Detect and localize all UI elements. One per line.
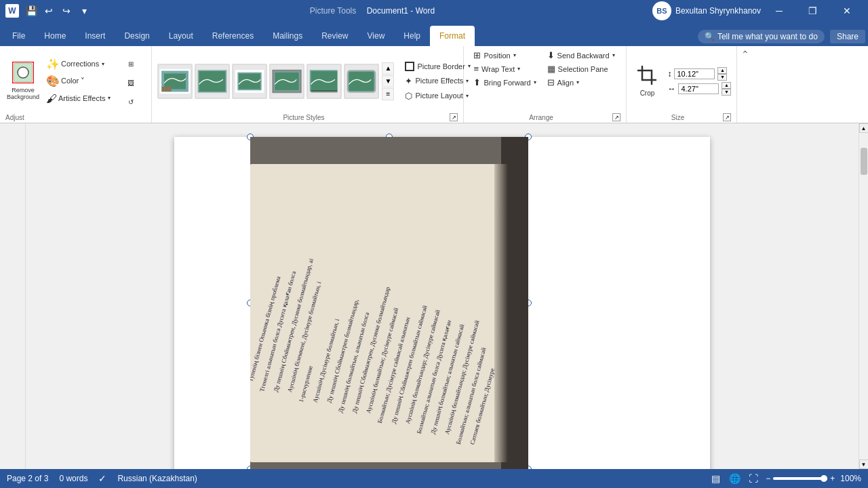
scroll-up-arrow[interactable]: ▲: [859, 123, 869, 133]
wrap-text-button[interactable]: ≡ Wrap Text ▾: [469, 62, 540, 75]
change-picture-button[interactable]: 🖼: [116, 75, 146, 92]
styles-down-arrow[interactable]: ▼: [382, 75, 394, 87]
arrange-dialog-launcher[interactable]: ↗: [612, 113, 620, 121]
align-icon: ⊟: [547, 77, 555, 87]
position-button[interactable]: ⊞ Position ▾: [469, 49, 540, 62]
width-decrement[interactable]: ▼: [722, 89, 731, 96]
color-button[interactable]: 🎨 Color ˅: [43, 73, 113, 89]
scroll-thumb[interactable]: [861, 148, 867, 175]
width-increment[interactable]: ▲: [722, 82, 731, 89]
styles-up-arrow[interactable]: ▲: [382, 62, 394, 75]
crop-button[interactable]: Crop: [632, 64, 662, 99]
zoom-level: 100%: [840, 474, 861, 483]
status-bar-right: ▤ 🌐 ⛶ − + 100%: [709, 472, 861, 485]
zoom-in-button[interactable]: +: [830, 474, 835, 483]
save-icon[interactable]: 💾: [23, 3, 39, 19]
crop-icon: [637, 65, 657, 88]
zoom-thumb[interactable]: [821, 475, 827, 482]
tab-review[interactable]: Review: [312, 26, 357, 46]
picture-layout-icon: ⬡: [405, 91, 412, 101]
user-area: BS Bexultan Shyrynkhanov: [652, 1, 761, 20]
width-input[interactable]: [678, 83, 719, 94]
change-picture-icon: 🖼: [127, 79, 134, 87]
picture-style-4[interactable]: [269, 64, 304, 99]
tab-insert[interactable]: Insert: [75, 26, 115, 46]
svg-rect-5: [162, 86, 172, 91]
scroll-track[interactable]: [859, 133, 869, 460]
tab-mailings[interactable]: Mailings: [263, 26, 312, 46]
height-icon: ↕: [667, 69, 671, 79]
search-icon: 🔍: [705, 32, 715, 41]
zoom-slider[interactable]: − +: [766, 474, 835, 483]
remove-background-button[interactable]: Remove Background: [5, 60, 41, 102]
bring-forward-button[interactable]: ⬆ Bring Forward ▾: [469, 76, 540, 89]
share-button[interactable]: Share: [830, 30, 865, 43]
redo-icon[interactable]: ↪: [58, 3, 75, 19]
svg-rect-14: [311, 90, 338, 93]
ribbon: Remove Background ✨ Corrections ▾ 🎨 Colo…: [0, 46, 868, 123]
minimize-button[interactable]: ─: [764, 0, 795, 22]
tab-layout[interactable]: Layout: [159, 26, 203, 46]
undo-icon[interactable]: ↩: [41, 3, 57, 19]
size-dialog-launcher[interactable]: ↗: [723, 113, 731, 121]
tab-format[interactable]: Format: [430, 26, 475, 46]
height-decrement[interactable]: ▼: [717, 74, 727, 81]
collapse-ribbon-button[interactable]: ⌃: [741, 49, 749, 60]
status-bar: Page 2 of 3 0 words ✓ Russian (Kazakhsta…: [0, 469, 868, 488]
tab-home[interactable]: Home: [35, 26, 75, 46]
scroll-down-arrow[interactable]: ▼: [859, 460, 869, 469]
handwritten-image: Тупенің бізнен Опыника бізнің проблема Т…: [250, 137, 528, 469]
height-increment[interactable]: ▲: [717, 67, 727, 74]
tell-me-input[interactable]: 🔍 Tell me what you want to do: [698, 30, 825, 43]
ribbon-right: 🔍 Tell me what you want to do Share: [698, 30, 865, 46]
selection-pane-button[interactable]: ▦ Selection Pane: [543, 62, 619, 75]
document-scroll[interactable]: Тупенің бізнен Опыника бізнің проблема Т…: [26, 123, 859, 469]
compress-pictures-button[interactable]: ⊞: [116, 56, 146, 73]
print-layout-view[interactable]: ▤: [709, 472, 722, 485]
zoom-out-button[interactable]: −: [766, 474, 770, 483]
svg-rect-20: [494, 164, 508, 462]
restore-button[interactable]: ❐: [797, 0, 829, 22]
collapse-ribbon-area: ⌃: [737, 46, 753, 123]
tab-references[interactable]: References: [203, 26, 263, 46]
picture-style-6[interactable]: [344, 64, 379, 99]
page-info: Page 2 of 3: [7, 474, 48, 483]
language: Russian (Kazakhstan): [117, 474, 197, 483]
proofing-icon[interactable]: ✓: [98, 473, 106, 484]
picture-style-3[interactable]: [232, 64, 267, 99]
web-layout-view[interactable]: 🌐: [728, 472, 741, 485]
picture-style-2[interactable]: [195, 64, 230, 99]
tab-view[interactable]: View: [358, 26, 395, 46]
zoom-track[interactable]: [773, 477, 827, 480]
picture-style-5[interactable]: [307, 64, 342, 99]
position-icon: ⊞: [473, 50, 481, 60]
svg-point-1: [18, 67, 28, 78]
reset-icon: ↺: [128, 98, 134, 106]
selected-image[interactable]: Тупенің бізнен Опыника бізнің проблема Т…: [250, 137, 528, 469]
size-group: Crop ↕ ▲ ▼ ↔ ▲ ▼: [627, 46, 737, 123]
corrections-button[interactable]: ✨ Corrections ▾: [43, 56, 113, 72]
compress-icon: ⊞: [128, 60, 134, 68]
color-icon: 🎨: [46, 75, 60, 87]
send-backward-button[interactable]: ⬇ Send Backward ▾: [543, 49, 619, 62]
tab-file[interactable]: File: [3, 26, 35, 46]
tab-help[interactable]: Help: [394, 26, 430, 46]
tab-design[interactable]: Design: [115, 26, 159, 46]
document-area: Тупенің бізнен Опыника бізнің проблема Т…: [0, 123, 868, 469]
align-button[interactable]: ⊟ Align ▾: [543, 76, 619, 89]
picture-styles-gallery: [157, 64, 379, 99]
focus-view[interactable]: ⛶: [747, 472, 760, 485]
artistic-effects-button[interactable]: 🖌 Artistic Effects ▾: [43, 91, 113, 106]
word-count: 0 words: [59, 474, 87, 483]
reset-picture-button[interactable]: ↺: [116, 94, 146, 110]
wrap-text-icon: ≡: [473, 64, 479, 74]
send-backward-icon: ⬇: [547, 50, 555, 60]
vertical-scrollbar[interactable]: ▲ ▼: [859, 123, 868, 469]
height-input[interactable]: [674, 68, 715, 79]
close-button[interactable]: ✕: [831, 0, 863, 22]
picture-style-1[interactable]: [157, 64, 193, 99]
styles-expand-arrow[interactable]: ≡: [382, 88, 394, 100]
picture-styles-dialog-launcher[interactable]: ↗: [450, 113, 458, 121]
picture-styles-group: ▲ ▼ ≡ Picture Border ▾ ✦ Picture Effects…: [152, 46, 464, 123]
quick-access-dropdown[interactable]: ▾: [76, 3, 92, 19]
